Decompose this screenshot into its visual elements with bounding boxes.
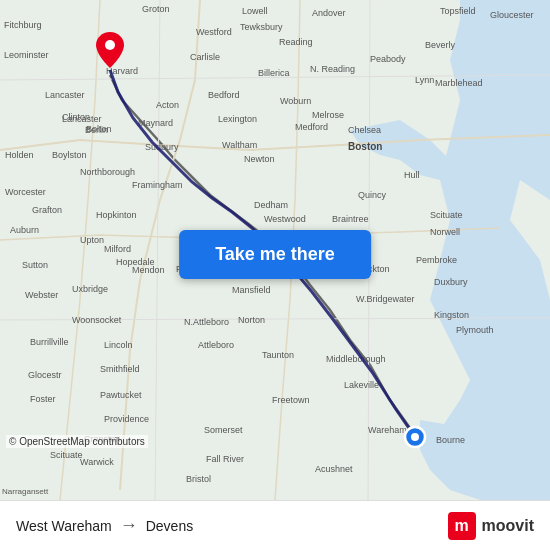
svg-point-92	[105, 40, 115, 50]
svg-text:Acton: Acton	[156, 100, 179, 110]
svg-text:W.Bridgewater: W.Bridgewater	[356, 294, 415, 304]
svg-text:Duxbury: Duxbury	[434, 277, 468, 287]
svg-text:N.Attleboro: N.Attleboro	[184, 317, 229, 327]
svg-text:Norwell: Norwell	[430, 227, 460, 237]
svg-text:Pawtucket: Pawtucket	[100, 390, 142, 400]
svg-text:Warwick: Warwick	[80, 457, 114, 467]
svg-text:Northborough: Northborough	[80, 167, 135, 177]
moovit-logo: m moovit	[448, 512, 534, 540]
svg-text:Braintree: Braintree	[332, 214, 369, 224]
svg-text:Hull: Hull	[404, 170, 420, 180]
svg-text:Woonsocket: Woonsocket	[72, 315, 122, 325]
svg-text:Westwood: Westwood	[264, 214, 306, 224]
svg-text:Burrillville: Burrillville	[30, 337, 69, 347]
svg-text:Boylston: Boylston	[52, 150, 87, 160]
bottom-bar: West Wareham → Devens m moovit	[0, 500, 550, 550]
svg-text:Berlin: Berlin	[85, 125, 108, 135]
svg-text:Webster: Webster	[25, 290, 58, 300]
svg-text:Andover: Andover	[312, 8, 346, 18]
svg-text:Maynard: Maynard	[138, 118, 173, 128]
svg-text:Lakeville: Lakeville	[344, 380, 379, 390]
svg-text:Fitchburg: Fitchburg	[4, 20, 42, 30]
svg-text:Auburn: Auburn	[10, 225, 39, 235]
svg-point-94	[411, 433, 419, 441]
svg-text:Lincoln: Lincoln	[104, 340, 133, 350]
svg-text:Taunton: Taunton	[262, 350, 294, 360]
svg-text:Glocestr: Glocestr	[28, 370, 62, 380]
svg-text:Plymouth: Plymouth	[456, 325, 494, 335]
svg-text:Milford: Milford	[104, 244, 131, 254]
svg-text:Carlisle: Carlisle	[190, 52, 220, 62]
svg-text:Acushnet: Acushnet	[315, 464, 353, 474]
svg-text:Middleborough: Middleborough	[326, 354, 386, 364]
svg-text:Freetown: Freetown	[272, 395, 310, 405]
svg-text:Holden: Holden	[5, 150, 34, 160]
svg-text:Hopkinton: Hopkinton	[96, 210, 137, 220]
svg-text:Westford: Westford	[196, 27, 232, 37]
svg-text:Peabody: Peabody	[370, 54, 406, 64]
svg-text:Uxbridge: Uxbridge	[72, 284, 108, 294]
svg-text:Bourne: Bourne	[436, 435, 465, 445]
svg-text:Tewksbury: Tewksbury	[240, 22, 283, 32]
moovit-icon: m	[448, 512, 476, 540]
svg-text:Sutton: Sutton	[22, 260, 48, 270]
moovit-text-label: moovit	[482, 517, 534, 535]
svg-text:Wareham: Wareham	[368, 425, 407, 435]
svg-text:Medford: Medford	[295, 122, 328, 132]
svg-text:Reading: Reading	[279, 37, 313, 47]
svg-text:Norton: Norton	[238, 315, 265, 325]
svg-text:Leominster: Leominster	[4, 50, 49, 60]
map-container: Gloucester Lowell Groton Fitchburg Leomi…	[0, 0, 550, 500]
svg-text:Framingham: Framingham	[132, 180, 183, 190]
map-attribution: © OpenStreetMap contributors	[6, 435, 148, 448]
origin-label: West Wareham	[16, 518, 112, 534]
svg-text:Beverly: Beverly	[425, 40, 456, 50]
svg-text:Billerica: Billerica	[258, 68, 290, 78]
svg-text:Woburn: Woburn	[280, 96, 311, 106]
svg-text:Smithfield: Smithfield	[100, 364, 140, 374]
svg-text:Marblehead: Marblehead	[435, 78, 483, 88]
svg-text:Narragansett: Narragansett	[2, 487, 49, 496]
svg-text:Dedham: Dedham	[254, 200, 288, 210]
svg-text:Boston: Boston	[348, 141, 382, 152]
svg-text:Scituate: Scituate	[430, 210, 463, 220]
svg-text:N. Reading: N. Reading	[310, 64, 355, 74]
svg-text:Pembroke: Pembroke	[416, 255, 457, 265]
svg-text:Fall River: Fall River	[206, 454, 244, 464]
destination-label: Devens	[146, 518, 193, 534]
svg-text:Lynn: Lynn	[415, 75, 434, 85]
svg-text:Kingston: Kingston	[434, 310, 469, 320]
svg-text:Scituate: Scituate	[50, 450, 83, 460]
svg-text:Melrose: Melrose	[312, 110, 344, 120]
svg-text:Grafton: Grafton	[32, 205, 62, 215]
svg-text:Waltham: Waltham	[222, 140, 257, 150]
svg-text:Lowell: Lowell	[242, 6, 268, 16]
route-arrow-icon: →	[120, 515, 138, 536]
svg-text:Topsfield: Topsfield	[440, 6, 476, 16]
take-me-there-button[interactable]: Take me there	[179, 230, 371, 279]
svg-text:Worcester: Worcester	[5, 187, 46, 197]
svg-text:Somerset: Somerset	[204, 425, 243, 435]
svg-text:Foster: Foster	[30, 394, 56, 404]
route-info: West Wareham → Devens	[16, 515, 193, 536]
svg-text:Bedford: Bedford	[208, 90, 240, 100]
svg-text:Mansfield: Mansfield	[232, 285, 271, 295]
svg-text:Clinton: Clinton	[62, 112, 90, 122]
svg-text:Attleboro: Attleboro	[198, 340, 234, 350]
svg-text:Gloucester: Gloucester	[490, 10, 534, 20]
svg-text:Groton: Groton	[142, 4, 170, 14]
svg-text:Mendon: Mendon	[132, 265, 165, 275]
svg-text:Quincy: Quincy	[358, 190, 387, 200]
svg-text:Bristol: Bristol	[186, 474, 211, 484]
svg-text:Providence: Providence	[104, 414, 149, 424]
svg-text:Upton: Upton	[80, 235, 104, 245]
svg-text:Chelsea: Chelsea	[348, 125, 381, 135]
svg-text:Newton: Newton	[244, 154, 275, 164]
svg-text:Lancaster: Lancaster	[45, 90, 85, 100]
svg-text:Lexington: Lexington	[218, 114, 257, 124]
